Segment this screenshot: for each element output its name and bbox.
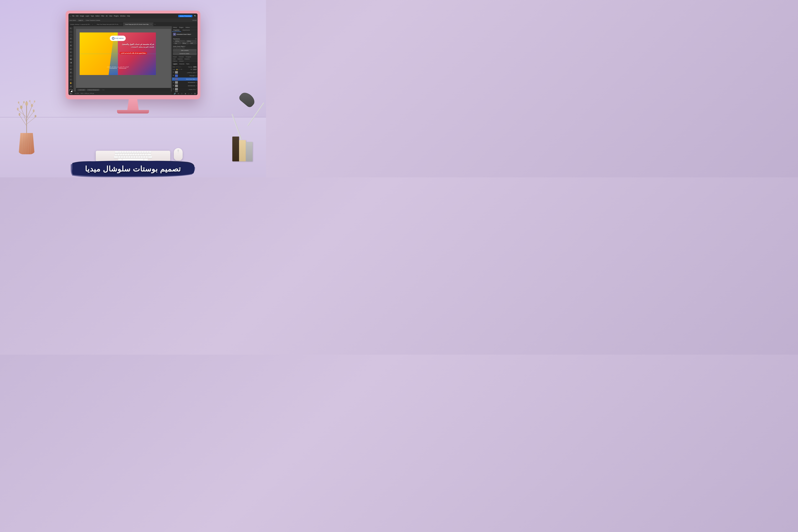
- actions-tab[interactable]: Actions: [185, 26, 191, 28]
- marquee-tool[interactable]: ⬚: [69, 30, 73, 33]
- layer-item-phone2[interactable]: 👁 +995559804236 T: [172, 84, 197, 88]
- tab2-close[interactable]: ×: [120, 24, 121, 25]
- quick-mask-tool[interactable]: ⊟: [69, 92, 73, 95]
- gradient-tool[interactable]: ▦: [69, 58, 73, 60]
- shapes-panel-tab[interactable]: Shapes: [172, 56, 178, 58]
- auto-label-btn[interactable]: + Auto Label: [77, 89, 86, 91]
- menu-view[interactable]: View: [109, 15, 112, 17]
- layers-panel: Layers Channels Paths Kind ≡ T ◻ ☆ Opaci…: [172, 62, 197, 95]
- paths-tab[interactable]: Paths: [186, 63, 189, 64]
- menu-plugins[interactable]: Plugins: [114, 15, 119, 17]
- path-select-tool[interactable]: ▷: [69, 75, 73, 78]
- layer-eye-vector[interactable]: 👁: [173, 78, 174, 80]
- menu-3d[interactable]: 3D: [106, 15, 108, 17]
- layer-adj-icon[interactable]: ◑: [185, 93, 186, 95]
- tab-cover-page[interactable]: Cover Page.psd @ 62.2% (Vector Smart Obj…: [123, 22, 153, 26]
- patterns-panel-tab[interactable]: Patterns: [172, 60, 178, 62]
- layer-item-company[interactable]: 👁 شركة متخصصة... T: [172, 88, 197, 91]
- rotate-input[interactable]: 4.69°: [190, 42, 196, 44]
- layer-eye-contact[interactable]: 👁: [173, 72, 174, 73]
- layer-eye-rect4[interactable]: 👁: [173, 75, 174, 77]
- brush-tool[interactable]: ✏: [69, 48, 73, 50]
- guide-horizontal: [80, 54, 156, 54]
- edit-contents-btn[interactable]: Edit Contents: [173, 49, 196, 52]
- tab-place-design[interactable]: Place Your Design Here.psb @ 66.7% (Scre…: [95, 22, 124, 26]
- layers-tab-active[interactable]: Layers: [173, 63, 177, 65]
- lock-icons[interactable]: 🔒 ◻ + ✦: [176, 69, 182, 70]
- share-button[interactable]: Adobe Photoshop: [178, 15, 192, 17]
- character-panel-tab[interactable]: Character: [178, 56, 185, 58]
- x-input[interactable]: 1 px: [174, 42, 181, 44]
- crop-tool[interactable]: ⊡: [69, 37, 73, 40]
- hand-tool[interactable]: ✋: [69, 81, 73, 84]
- color-panel-tab[interactable]: Color: [172, 58, 177, 60]
- layer-eye-company[interactable]: 👁: [173, 88, 174, 90]
- layer-group-icon[interactable]: □: [188, 93, 189, 95]
- channels-tab[interactable]: Channels: [179, 63, 185, 64]
- tab-desktop-mockup[interactable]: Desktop_Mockup_8_copy.psd @ 25% (Smart, …: [69, 22, 95, 26]
- layer-dropdown[interactable]: Layer ▾: [78, 19, 83, 21]
- libraries-panel-tab[interactable]: Libraries: [178, 60, 185, 62]
- pen-tool[interactable]: ✦: [69, 68, 73, 71]
- zoom-tool[interactable]: ⊕: [69, 85, 73, 88]
- menu-edit[interactable]: Edit: [76, 15, 79, 17]
- paragraph-panel-tab[interactable]: Paragraph: [185, 56, 192, 58]
- dodge-tool[interactable]: ○: [69, 64, 73, 68]
- ps-home-icon[interactable]: ⌂: [70, 15, 71, 17]
- layer-item-phone1[interactable]: 👁 +995559808428 T: [172, 81, 197, 84]
- ps-canvas-area[interactable]: STUDY ABROAD شركة متخصصة في خدمات القبول…: [73, 26, 172, 95]
- layer-item-contact[interactable]: 👁 تواصل مع الجامعي... T: [172, 71, 197, 74]
- healing-tool[interactable]: ⊕: [69, 44, 73, 47]
- h-input[interactable]: 1419 px: [186, 40, 196, 42]
- remove-bg-btn[interactable]: ↑ Remove Background: [87, 89, 100, 91]
- convert-to-linked-btn[interactable]: Convert to Linked...: [173, 52, 196, 55]
- svg-point-7: [25, 101, 28, 106]
- layer-delete-icon[interactable]: 🗑: [194, 93, 196, 95]
- transforms-expand[interactable]: ⚙: [195, 38, 196, 40]
- plugins-tab[interactable]: Plugins: [178, 26, 185, 28]
- layer-eye-phone1[interactable]: 👁: [173, 81, 174, 83]
- add-tab-button[interactable]: +: [153, 22, 157, 26]
- tab1-close[interactable]: ×: [92, 24, 93, 25]
- layer-item-rect4[interactable]: 👁 Rectangle 4 ◻: [172, 74, 197, 77]
- lasso-tool[interactable]: ⌒: [69, 34, 73, 37]
- eyedropper-tool[interactable]: ✒: [69, 41, 73, 43]
- layer-eye-phone2[interactable]: 👁: [173, 85, 174, 87]
- tab3-close[interactable]: ×: [151, 24, 151, 25]
- layer-new-icon[interactable]: +: [191, 93, 192, 95]
- menu-window[interactable]: Window: [120, 15, 126, 17]
- search-icon[interactable]: 🔍: [194, 15, 196, 17]
- move-tool[interactable]: ↖: [69, 27, 73, 30]
- show-transform-controls[interactable]: □ Show Transform Controls: [85, 20, 100, 21]
- layer-name-phone1: +995559808428: [178, 82, 196, 83]
- menu-file[interactable]: File: [72, 15, 75, 17]
- properties-tab[interactable]: Properties: [172, 29, 181, 32]
- w-input[interactable]: 3275 px: [175, 40, 185, 42]
- opacity-value[interactable]: 100%: [193, 66, 197, 68]
- blur-tool[interactable]: ◑: [69, 61, 73, 64]
- menu-layer[interactable]: Layer: [86, 15, 89, 17]
- menu-select[interactable]: Select: [95, 15, 100, 17]
- gradients-panel-tab[interactable]: Gradients: [184, 58, 190, 60]
- layer-name-contact: تواصل مع الجامعي...: [178, 72, 196, 73]
- transform-w: W: 3275 px: [173, 40, 185, 42]
- menu-filter[interactable]: Filter: [101, 15, 104, 17]
- clone-tool[interactable]: ⊗: [69, 51, 73, 54]
- menu-image[interactable]: Image: [80, 15, 84, 17]
- y-input[interactable]: 310 px: [182, 42, 189, 44]
- keyboard-row-2: [115, 154, 151, 156]
- adjustments-tab[interactable]: Adjustments: [181, 29, 191, 32]
- layer-item-vector-smart[interactable]: 👁 Vector Smart Object S: [172, 77, 197, 81]
- menu-help[interactable]: Help: [127, 15, 130, 17]
- fg-bg-colors[interactable]: [69, 89, 73, 91]
- layer-fx-icon[interactable]: fx: [178, 93, 179, 95]
- type-tool[interactable]: T: [69, 71, 73, 74]
- history-tab[interactable]: History: [172, 26, 178, 28]
- shape-tool[interactable]: ◻: [69, 78, 73, 81]
- eraser-tool[interactable]: ◻: [69, 54, 73, 57]
- layer-link-icon[interactable]: 🔗: [174, 93, 176, 95]
- swatches-panel-tab[interactable]: Swatches: [177, 58, 184, 60]
- layer-mask-icon[interactable]: ⬡: [181, 93, 183, 95]
- menu-type[interactable]: Type: [91, 15, 94, 17]
- fill-value[interactable]: 100%: [193, 69, 197, 70]
